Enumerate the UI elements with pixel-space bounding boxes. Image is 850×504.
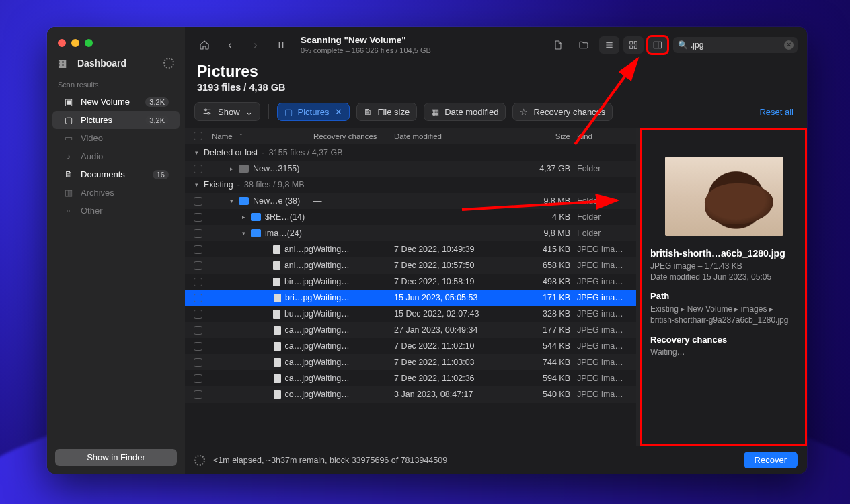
row-date: 7 Dec 2022, 10:58:19 [394, 277, 512, 286]
table-row[interactable]: ▾New…e (38)—9,8 MBFolder [185, 193, 636, 209]
sidebar-item-other[interactable]: ▫ Other [52, 202, 180, 220]
preview-pane-button[interactable] [648, 36, 668, 54]
table-row[interactable]: bir…jpgWaiting…7 Dec 2022, 10:58:19498 K… [185, 274, 636, 290]
col-kind[interactable]: Kind [577, 132, 636, 140]
row-checkbox[interactable] [194, 358, 202, 367]
sidebar-item-label: Documents [81, 169, 125, 179]
preview-date: Date modified 15 Jun 2023, 05:05 [650, 272, 798, 282]
disclosure-icon[interactable]: ▾ [240, 230, 247, 237]
clear-search-icon[interactable]: ✕ [784, 40, 794, 50]
file-icon: 🗎 [364, 107, 373, 117]
row-checkbox[interactable] [194, 310, 202, 319]
filter-file-size[interactable]: 🗎 File size [356, 103, 418, 121]
sidebar-item-video[interactable]: ▭ Video [52, 129, 180, 147]
search-icon: 🔍 [678, 40, 688, 50]
col-date[interactable]: Date modified [394, 132, 512, 140]
disclosure-icon[interactable]: ▸ [240, 214, 247, 220]
row-checkbox[interactable] [194, 213, 202, 222]
row-checkbox[interactable] [194, 390, 202, 399]
remove-chip-icon[interactable]: ✕ [335, 107, 342, 117]
table-row[interactable]: bu…jpgWaiting…15 Dec 2022, 02:07:43328 K… [185, 306, 636, 322]
row-checkbox[interactable] [194, 326, 202, 335]
row-size: 4 KB [512, 212, 577, 222]
sidebar-item-audio[interactable]: ♪ Audio [52, 147, 180, 165]
table-row[interactable]: ▸New…3155)—4,37 GBFolder [185, 161, 636, 177]
table-row[interactable]: ca…jpgWaiting…7 Dec 2022, 11:02:36594 KB… [185, 370, 636, 386]
new-folder-button[interactable] [574, 36, 594, 54]
table-row[interactable]: ▸$RE…(14)4 KBFolder [185, 209, 636, 225]
sidebar-item-pictures[interactable]: ▢ Pictures 3,2K [52, 111, 180, 129]
app-window: ▦ Dashboard Scan results ▣ New Volume 3,… [47, 27, 807, 474]
audio-icon: ♪ [63, 151, 74, 161]
row-size: 498 KB [512, 277, 577, 286]
new-file-button[interactable] [548, 36, 568, 54]
show-filter-button[interactable]: Show ⌄ [194, 102, 260, 121]
sidebar-item-documents[interactable]: 🗎 Documents 16 [52, 165, 180, 183]
table-row[interactable]: ani…pgWaiting…7 Dec 2022, 10:49:39415 KB… [185, 241, 636, 257]
group-header[interactable]: ▾Deleted or lost - 3155 files / 4,37 GB [185, 144, 636, 161]
scan-subtitle: 0% complete – 166 326 files / 104,5 GB [301, 46, 431, 54]
table-row[interactable]: ani…pgWaiting…7 Dec 2022, 10:57:50658 KB… [185, 257, 636, 274]
table-row[interactable]: ca…jpgWaiting…27 Jan 2023, 00:49:34177 K… [185, 322, 636, 338]
col-name[interactable]: Name˄ [210, 132, 313, 140]
row-checkbox[interactable] [194, 278, 202, 286]
row-recovery: Waiting… [313, 309, 394, 319]
dashboard-label[interactable]: Dashboard [77, 58, 126, 69]
row-kind: Folder [577, 228, 636, 238]
row-checkbox[interactable] [194, 197, 202, 206]
reset-all-link[interactable]: Reset all [759, 107, 798, 117]
search-input[interactable] [673, 37, 798, 53]
row-recovery: Waiting… [313, 325, 394, 335]
disclosure-icon[interactable]: ▸ [228, 165, 235, 172]
disclosure-icon[interactable]: ▾ [193, 149, 200, 156]
row-name: ani…pg [284, 245, 313, 254]
home-button[interactable] [194, 36, 215, 54]
minimize-icon[interactable] [71, 39, 79, 47]
recover-button[interactable]: Recover [744, 452, 798, 468]
preview-pane: british-shorth…a6cb_1280.jpg JPEG image … [640, 128, 807, 446]
svg-rect-2 [630, 41, 633, 44]
col-recovery[interactable]: Recovery chances [313, 132, 394, 140]
row-checkbox[interactable] [194, 294, 202, 302]
search-field[interactable]: 🔍 ✕ [673, 37, 798, 53]
group-header[interactable]: ▾Existing - 38 files / 9,8 MB [185, 177, 636, 193]
sidebar-item-label: Pictures [81, 115, 112, 125]
sidebar-item-new-volume[interactable]: ▣ New Volume 3,2K [52, 93, 180, 111]
file-icon [273, 261, 280, 270]
row-checkbox[interactable] [194, 261, 202, 270]
sliders-icon [202, 106, 212, 117]
chevron-down-icon: ⌄ [245, 107, 253, 117]
row-checkbox[interactable] [194, 245, 202, 254]
select-all-checkbox[interactable] [194, 132, 202, 140]
table-row[interactable]: ca…jpgWaiting…7 Dec 2022, 11:02:10544 KB… [185, 338, 636, 354]
close-icon[interactable] [58, 39, 66, 47]
file-icon [274, 374, 281, 383]
pause-button[interactable] [271, 36, 291, 54]
table-row[interactable]: ca…jpgWaiting…7 Dec 2022, 11:03:03744 KB… [185, 354, 636, 370]
col-size[interactable]: Size [512, 132, 577, 140]
row-checkbox[interactable] [194, 342, 202, 351]
filter-chip-pictures[interactable]: ▢ Pictures ✕ [277, 103, 350, 121]
list-view-button[interactable] [599, 36, 619, 54]
grid-view-button[interactable] [623, 36, 644, 54]
forward-button[interactable]: › [245, 36, 266, 54]
table-row[interactable]: ▾ima…(24)9,8 MBFolder [185, 225, 636, 241]
zoom-icon[interactable] [85, 39, 93, 47]
filter-date-modified[interactable]: ▦ Date modified [424, 103, 506, 121]
back-button[interactable]: ‹ [220, 36, 240, 54]
row-checkbox[interactable] [194, 374, 202, 383]
row-checkbox[interactable] [194, 165, 202, 173]
sidebar-item-archives[interactable]: ▥ Archives [52, 183, 180, 202]
sidebar-item-label: New Volume [81, 97, 130, 107]
show-in-finder-button[interactable]: Show in Finder [55, 449, 177, 466]
row-name: New…3155) [253, 164, 299, 173]
image-icon: ▢ [63, 115, 74, 125]
table-row[interactable]: co…jpgWaiting…3 Jan 2023, 08:47:17540 KB… [185, 386, 636, 403]
table-row[interactable]: bri…pgWaiting…15 Jun 2023, 05:05:53171 K… [185, 290, 636, 306]
disclosure-icon[interactable]: ▾ [193, 181, 200, 188]
row-kind: JPEG ima… [577, 358, 636, 367]
disclosure-icon[interactable]: ▾ [228, 198, 235, 204]
preview-filename: british-shorth…a6cb_1280.jpg [650, 248, 798, 259]
filter-recovery-chances[interactable]: ☆ Recovery chances [512, 103, 613, 121]
row-checkbox[interactable] [194, 229, 202, 238]
